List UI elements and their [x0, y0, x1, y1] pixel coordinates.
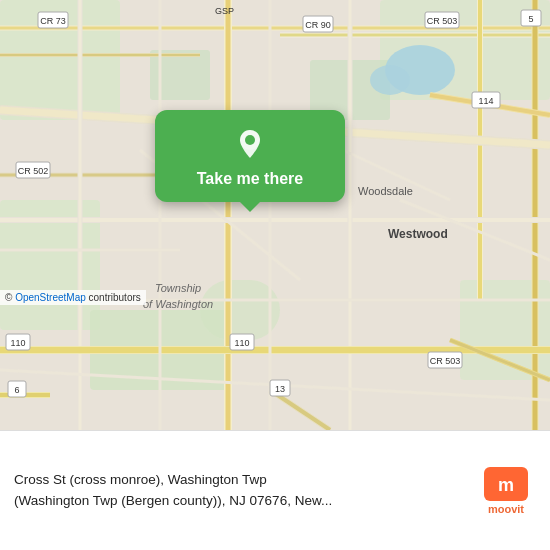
map-svg: CR 73 CR 90 CR 503 5 114 CR 502 110 110 …: [0, 0, 550, 430]
svg-text:6: 6: [14, 385, 19, 395]
svg-text:110: 110: [234, 338, 249, 348]
svg-text:Westwood: Westwood: [388, 227, 448, 241]
address-text: Cross St (cross monroe), Washington Twp …: [14, 470, 464, 511]
address-line2: (Washington Twp (Bergen county)), NJ 076…: [14, 491, 464, 511]
svg-text:CR 90: CR 90: [305, 20, 331, 30]
attribution-contributors: contributors: [86, 292, 141, 303]
address-line1: Cross St (cross monroe), Washington Twp: [14, 470, 464, 490]
moovit-logo: m moovit: [476, 467, 536, 515]
svg-text:CR 502: CR 502: [18, 166, 49, 176]
svg-text:CR 503: CR 503: [430, 356, 461, 366]
moovit-logo-icon: m: [484, 467, 528, 501]
location-pin-icon: [232, 126, 268, 162]
svg-point-81: [245, 135, 255, 145]
svg-text:m: m: [498, 475, 514, 495]
svg-text:CR 73: CR 73: [40, 16, 66, 26]
svg-text:13: 13: [275, 384, 285, 394]
svg-text:CR 503: CR 503: [427, 16, 458, 26]
svg-text:Township: Township: [155, 282, 201, 294]
svg-rect-8: [200, 280, 280, 340]
bottom-bar: Cross St (cross monroe), Washington Twp …: [0, 430, 550, 550]
svg-text:110: 110: [10, 338, 25, 348]
svg-text:5: 5: [528, 14, 533, 24]
osm-link[interactable]: OpenStreetMap: [15, 292, 86, 303]
svg-point-10: [370, 65, 410, 95]
svg-text:of Washington: of Washington: [143, 298, 213, 310]
moovit-text: moovit: [488, 503, 524, 515]
svg-text:Woodsdale: Woodsdale: [358, 185, 413, 197]
attribution-prefix: ©: [5, 292, 15, 303]
map: CR 73 CR 90 CR 503 5 114 CR 502 110 110 …: [0, 0, 550, 430]
svg-text:GSP: GSP: [215, 6, 234, 16]
svg-text:114: 114: [478, 96, 493, 106]
take-me-there-button[interactable]: Take me there: [197, 170, 303, 188]
popup-card: Take me there: [155, 110, 345, 202]
osm-attribution: © OpenStreetMap contributors: [0, 290, 146, 305]
